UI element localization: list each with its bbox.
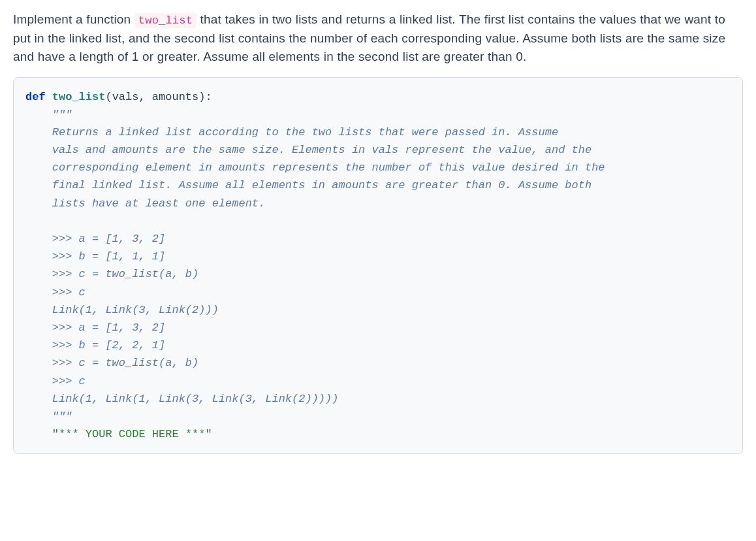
doctest-line-8: >>> c = two_list(a, b) <box>25 357 198 369</box>
docstring-close: """ <box>25 410 72 423</box>
docstring-line-5: lists have at least one element. <box>25 197 265 210</box>
doctest-line-10: Link(1, Link(1, Link(3, Link(3, Link(2))… <box>25 393 338 405</box>
doctest-line-6: >>> a = [1, 3, 2] <box>25 321 165 334</box>
docstring-line-3: corresponding element in amounts represe… <box>25 161 605 174</box>
function-name: two_list <box>52 91 106 103</box>
docstring-open: """ <box>25 108 72 121</box>
problem-description: Implement a function two_list that takes… <box>13 10 743 67</box>
docstring-line-2: vals and amounts are the same size. Elem… <box>25 144 591 156</box>
docstring-line-1: Returns a linked list according to the t… <box>25 126 558 139</box>
signature-tail: (vals, amounts): <box>105 91 212 103</box>
doctest-line-3: >>> c = two_list(a, b) <box>25 268 198 280</box>
keyword-def: def <box>25 91 46 103</box>
doctest-line-9: >>> c <box>25 375 86 387</box>
doctest-line-4: >>> c <box>25 286 86 299</box>
placeholder-indent <box>25 428 52 440</box>
placeholder-string: "*** YOUR CODE HERE ***" <box>52 428 212 440</box>
doctest-line-2: >>> b = [1, 1, 1] <box>25 250 165 263</box>
description-part1: Implement a function <box>13 12 134 26</box>
doctest-line-7: >>> b = [2, 2, 1] <box>25 339 165 352</box>
docstring-line-4: final linked list. Assume all elements i… <box>25 179 591 191</box>
inline-code-two-list: two_list <box>134 13 197 28</box>
code-block: def two_list(vals, amounts): """ Returns… <box>13 77 743 455</box>
doctest-line-1: >>> a = [1, 3, 2] <box>25 233 165 245</box>
doctest-line-5: Link(1, Link(3, Link(2))) <box>25 304 219 316</box>
